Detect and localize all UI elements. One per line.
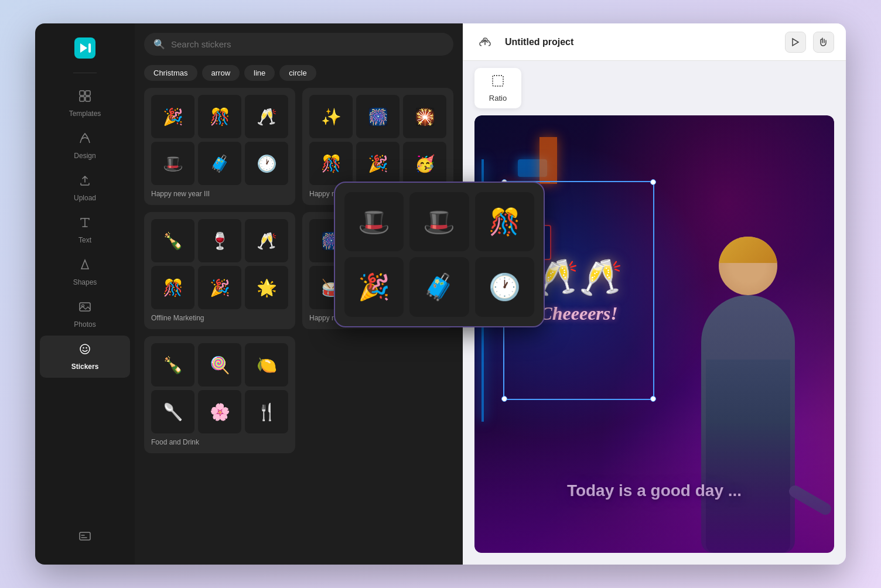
handle-top-right[interactable] (650, 179, 656, 185)
search-bar[interactable]: 🔍 (144, 33, 453, 56)
sticker-thumb: 🎉 (198, 266, 241, 309)
sticker-thumb: 🍴 (245, 390, 288, 433)
sticker-thumb: 🎊 (151, 266, 194, 309)
svg-point-9 (83, 347, 84, 348)
svg-rect-4 (80, 97, 84, 101)
expanded-sticker-clock[interactable]: 🕐 (475, 257, 534, 316)
svg-point-8 (80, 344, 90, 354)
ratio-icon (491, 74, 505, 91)
sticker-thumb: 🥂 (245, 219, 288, 262)
svg-rect-6 (80, 303, 90, 311)
play-button[interactable] (785, 32, 806, 53)
cheers-text: Cheeeers! (539, 303, 617, 324)
sticker-collection-grid: 🍾 🍭 🍋 🥄 🌸 🍴 (151, 343, 288, 433)
sticker-panel: 🔍 Christmas arrow line circle 🎉 🎊 🥂 🎩 (135, 23, 463, 565)
sticker-collection-food-and-drink[interactable]: 🍾 🍭 🍋 🥄 🌸 🍴 Food and Drink (144, 336, 295, 453)
expanded-sticker-suitcase[interactable]: 🧳 (409, 257, 469, 316)
sticker-thumb: 🌟 (245, 266, 288, 309)
sidebar-item-templates[interactable]: Templates (35, 83, 135, 125)
sticker-thumb: 🎆 (356, 95, 399, 138)
shapes-icon (78, 258, 91, 275)
ratio-panel: Ratio (463, 61, 846, 115)
person-head (719, 237, 777, 295)
sticker-collection-happy-new-year-3[interactable]: 🎉 🎊 🥂 🎩 🧳 🕐 Happy new year III (144, 88, 295, 205)
sticker-thumb: 🥄 (151, 390, 194, 433)
sidebar-item-design[interactable]: Design (35, 125, 135, 167)
sticker-thumb: 🥳 (403, 142, 446, 185)
design-icon (78, 132, 91, 148)
sticker-thumb: 🕐 (245, 142, 288, 185)
expanded-popup-grid: 🎩 🎩 🎊 🎉 🧳 🕐 (344, 192, 534, 317)
sidebar-divider (73, 73, 97, 73)
text-label: Text (78, 236, 91, 244)
sticker-collection-grid: ✨ 🎆 🎇 🎊 🎉 🥳 (309, 95, 446, 185)
collection-name-food-and-drink: Food and Drink (151, 438, 288, 446)
sidebar: Templates Design Upload (35, 23, 135, 565)
sticker-thumb: 🍋 (245, 343, 288, 387)
app-logo (72, 35, 98, 61)
sticker-thumb: 🎩 (151, 142, 194, 185)
collection-name-offline-marketing: Offline Marketing (151, 314, 288, 322)
sidebar-item-upload[interactable]: Upload (35, 167, 135, 209)
stickers-label: Stickers (71, 363, 99, 371)
champagne-glasses-emoji: 🥂🥂 (535, 257, 623, 298)
sticker-thumb: 🍾 (151, 343, 194, 387)
sticker-collection-grid: 🍾 🍷 🥂 🎊 🎉 🌟 (151, 219, 288, 309)
tag-circle[interactable]: circle (279, 65, 316, 81)
sidebar-item-captions[interactable] (35, 522, 135, 553)
handle-bottom-right[interactable] (650, 396, 656, 402)
sticker-thumb: 🌸 (198, 390, 241, 433)
handle-bottom-left[interactable] (501, 396, 507, 402)
sticker-thumb: 🥂 (245, 95, 288, 138)
sticker-collection-offline-marketing[interactable]: 🍾 🍷 🥂 🎊 🎉 🌟 Offline Marketing (144, 212, 295, 329)
sticker-thumb: 🍾 (151, 219, 194, 262)
tag-row: Christmas arrow line circle (135, 65, 463, 88)
sidebar-item-stickers[interactable]: Stickers (40, 336, 130, 378)
tag-line[interactable]: line (244, 65, 275, 81)
sticker-collection-grid: 🎉 🎊 🥂 🎩 🧳 🕐 (151, 95, 288, 185)
expanded-sticker-hat2[interactable]: 🎩 (409, 192, 469, 251)
save-to-cloud-button[interactable] (474, 32, 496, 53)
svg-rect-1 (88, 43, 91, 53)
sticker-thumb: ✨ (309, 95, 353, 138)
svg-rect-5 (86, 97, 90, 101)
sticker-thumb: 🍭 (198, 343, 241, 387)
templates-label: Templates (69, 110, 101, 118)
neon-strip (539, 137, 557, 184)
sticker-thumb: 🎊 (198, 95, 241, 138)
expanded-sticker-hat1[interactable]: 🎩 (344, 192, 404, 251)
stickers-icon (78, 343, 91, 359)
bottom-gradient (474, 422, 834, 553)
photos-icon (78, 300, 91, 317)
app-container: Templates Design Upload (35, 23, 846, 565)
hand-tool-button[interactable] (813, 32, 834, 53)
collection-name-happy-new-year-3: Happy new year III (151, 190, 288, 198)
sticker-thumb: 🍷 (198, 219, 241, 262)
search-input[interactable] (171, 39, 444, 49)
expanded-popup: 🎩 🎩 🎊 🎉 🧳 🕐 (334, 182, 545, 327)
expanded-sticker-banner[interactable]: 🎊 (475, 192, 534, 251)
shapes-label: Shapes (73, 278, 97, 286)
sticker-thumb: 🎊 (309, 142, 353, 185)
svg-point-10 (86, 347, 87, 348)
upload-label: Upload (74, 194, 96, 202)
sticker-thumb: 🎉 (356, 142, 399, 185)
photos-label: Photos (74, 320, 95, 329)
svg-rect-2 (80, 91, 84, 95)
ratio-button[interactable]: Ratio (474, 68, 521, 108)
templates-icon (78, 90, 91, 106)
sidebar-item-text[interactable]: Text (35, 209, 135, 251)
sidebar-item-shapes[interactable]: Shapes (35, 251, 135, 293)
svg-rect-3 (86, 91, 90, 95)
design-label: Design (74, 152, 95, 160)
project-title: Untitled project (505, 37, 776, 47)
tag-arrow[interactable]: arrow (202, 65, 240, 81)
sidebar-item-photos[interactable]: Photos (35, 293, 135, 336)
tag-christmas[interactable]: Christmas (144, 65, 197, 81)
top-bar-actions (785, 32, 834, 53)
top-bar: Untitled project (463, 23, 846, 61)
expanded-sticker-confetti[interactable]: 🎉 (344, 257, 404, 316)
text-icon (78, 216, 91, 233)
upload-icon (78, 174, 91, 190)
sticker-thumb: 🎇 (403, 95, 446, 138)
